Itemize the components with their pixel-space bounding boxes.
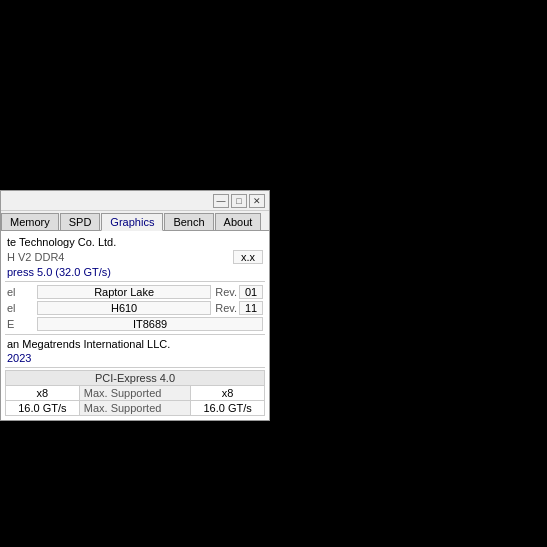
speed-label: press 5.0 (32.0 GT/s) — [5, 265, 265, 279]
year-label: 2023 — [5, 351, 265, 365]
info-row-3: E IT8689 — [5, 316, 265, 332]
ddr-type-value: x.x — [233, 250, 263, 264]
ddr-type-row: H V2 DDR4 x.x — [5, 249, 265, 265]
info-row-1: el Raptor Lake Rev. 01 — [5, 284, 265, 300]
tab-bench[interactable]: Bench — [164, 213, 213, 230]
pcie-row2-col1: 16.0 GT/s — [6, 401, 80, 416]
row2-label: el — [7, 302, 37, 314]
ddr-type-label: H V2 DDR4 — [7, 251, 233, 263]
pcie-header-row: PCI-Express 4.0 — [6, 371, 265, 386]
maximize-button[interactable]: □ — [231, 194, 247, 208]
manufacturer2-label: an Megatrends International LLC. — [5, 337, 265, 351]
row1-value: Raptor Lake — [37, 285, 211, 299]
window-controls: — □ ✕ — [213, 194, 265, 208]
minimize-button[interactable]: — — [213, 194, 229, 208]
content-area: te Technology Co. Ltd. H V2 DDR4 x.x pre… — [1, 231, 269, 420]
pcie-row1-col2: Max. Supported — [79, 386, 191, 401]
row3-value: IT8689 — [37, 317, 263, 331]
row2-rev-value: 11 — [239, 301, 263, 315]
pcie-row2: 16.0 GT/s Max. Supported 16.0 GT/s — [6, 401, 265, 416]
pcie-row1-col1: x8 — [6, 386, 80, 401]
row1-label: el — [7, 286, 37, 298]
separator-3 — [5, 367, 265, 368]
row3-label: E — [7, 318, 37, 330]
manufacturer-label: te Technology Co. Ltd. — [5, 235, 265, 249]
close-button[interactable]: ✕ — [249, 194, 265, 208]
pcie-row1-col3: x8 — [191, 386, 265, 401]
tab-memory[interactable]: Memory — [1, 213, 59, 230]
pcie-header: PCI-Express 4.0 — [6, 371, 265, 386]
pcie-row2-col3: 16.0 GT/s — [191, 401, 265, 416]
row1-rev-label: Rev. — [215, 286, 237, 298]
main-window: — □ ✕ Memory SPD Graphics Bench About te… — [0, 190, 270, 421]
row2-value: H610 — [37, 301, 211, 315]
tab-about[interactable]: About — [215, 213, 262, 230]
tab-bar: Memory SPD Graphics Bench About — [1, 211, 269, 231]
tab-graphics[interactable]: Graphics — [101, 213, 163, 231]
info-row-2: el H610 Rev. 11 — [5, 300, 265, 316]
pcie-row2-col2: Max. Supported — [79, 401, 191, 416]
row2-rev-label: Rev. — [215, 302, 237, 314]
pcie-table: PCI-Express 4.0 x8 Max. Supported x8 16.… — [5, 370, 265, 416]
tab-spd[interactable]: SPD — [60, 213, 101, 230]
row1-rev-value: 01 — [239, 285, 263, 299]
pcie-row1: x8 Max. Supported x8 — [6, 386, 265, 401]
title-bar: — □ ✕ — [1, 191, 269, 211]
separator-2 — [5, 334, 265, 335]
separator-1 — [5, 281, 265, 282]
